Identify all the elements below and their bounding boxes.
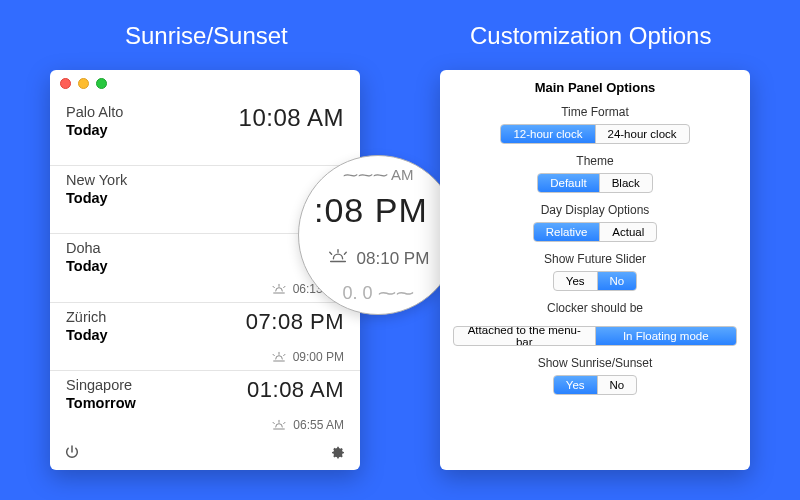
seg-theme: Default Black	[537, 173, 653, 193]
option-label-future-slider: Show Future Slider	[440, 252, 750, 266]
magnified-sun-time: 08:10 PM	[357, 249, 430, 269]
opt-day-relative[interactable]: Relative	[534, 223, 601, 241]
opt-theme-default[interactable]: Default	[538, 174, 599, 192]
city-row[interactable]: Palo Alto Today 10:08 AM	[50, 98, 360, 166]
option-label-time-format: Time Format	[440, 105, 750, 119]
option-label-theme: Theme	[440, 154, 750, 168]
city-time: 10:08 AM	[239, 104, 344, 132]
magnifier-lens: ⁓⁓⁓ AM :08 PM 08:10 PM 0. 0 ⁓⁓	[298, 155, 458, 315]
city-name: New York	[66, 172, 344, 188]
close-icon[interactable]	[60, 78, 71, 89]
sun-time: 09:00 PM	[293, 350, 344, 364]
opt-pos-floating[interactable]: In Floating mode	[596, 327, 737, 345]
section-heading-sunrise: Sunrise/Sunset	[125, 22, 288, 50]
sun-time-row: 06:55 AM	[271, 418, 344, 432]
section-heading-customization: Customization Options	[470, 22, 711, 50]
panel-title: Main Panel Options	[440, 80, 750, 95]
opt-day-actual[interactable]: Actual	[600, 223, 656, 241]
seg-future-slider: Yes No	[553, 271, 637, 291]
gear-icon[interactable]	[330, 444, 346, 464]
seg-time-format: 12-hour clock 24-hour clock	[500, 124, 689, 144]
sunset-icon	[271, 351, 287, 363]
sunset-icon	[327, 248, 349, 269]
opt-12-hour[interactable]: 12-hour clock	[501, 125, 595, 143]
minimize-icon[interactable]	[78, 78, 89, 89]
opt-24-hour[interactable]: 24-hour clock	[596, 125, 689, 143]
power-icon[interactable]	[64, 444, 80, 464]
zoom-icon[interactable]	[96, 78, 107, 89]
opt-future-no[interactable]: No	[598, 272, 637, 290]
seg-sunrise: Yes No	[553, 375, 637, 395]
city-time: 07:08 PM	[246, 309, 344, 335]
window-controls	[60, 78, 107, 89]
opt-sun-yes[interactable]: Yes	[554, 376, 598, 394]
opt-pos-menubar[interactable]: Attached to the menu-bar	[454, 327, 596, 345]
seg-position: Attached to the menu-bar In Floating mod…	[453, 326, 737, 346]
option-label-position: Clocker should be	[440, 301, 750, 315]
opt-sun-no[interactable]: No	[598, 376, 637, 394]
city-time: 01:08 AM	[247, 377, 344, 403]
opt-theme-black[interactable]: Black	[600, 174, 652, 192]
city-day: Today	[66, 190, 344, 206]
magnified-sun-row: 08:10 PM	[299, 248, 457, 269]
options-panel: Main Panel Options Time Format 12-hour c…	[440, 70, 750, 470]
option-label-sunrise: Show Sunrise/Sunset	[440, 356, 750, 370]
sun-time: 06:55 AM	[293, 418, 344, 432]
sun-time-row: 09:00 PM	[271, 350, 344, 364]
city-row[interactable]: Singapore Tomorrow 01:08 AM 06:55 AM	[50, 371, 360, 438]
panel-footer	[50, 438, 360, 470]
sunset-icon	[271, 283, 287, 295]
magnified-main-time: :08 PM	[314, 191, 457, 230]
sunrise-icon	[271, 419, 287, 431]
opt-future-yes[interactable]: Yes	[554, 272, 598, 290]
seg-day-display: Relative Actual	[533, 222, 658, 242]
city-row[interactable]: Zürich Today 07:08 PM 09:00 PM	[50, 303, 360, 371]
option-label-day-display: Day Display Options	[440, 203, 750, 217]
clock-window: Palo Alto Today 10:08 AM New York Today …	[50, 70, 360, 470]
